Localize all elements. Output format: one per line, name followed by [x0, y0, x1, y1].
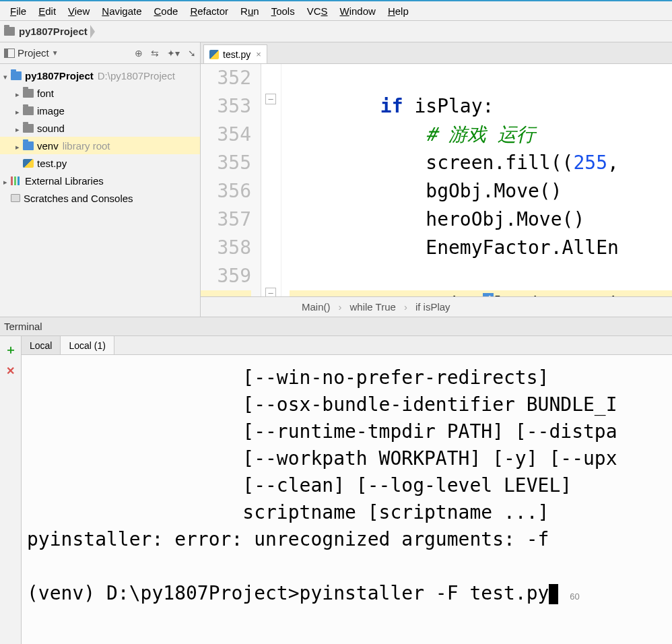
expand-toggle-icon[interactable] [1, 70, 9, 82]
expand-toggle-icon[interactable] [13, 123, 22, 134]
python-file-icon [209, 50, 219, 59]
folder-icon [4, 27, 15, 36]
settings-icon[interactable]: ✦▾ [167, 48, 180, 59]
scratches-icon [11, 194, 20, 202]
crumb-while[interactable]: while True [350, 301, 396, 313]
menu-bar: File Edit View Navigate Code Refactor Ru… [0, 1, 672, 21]
editor-tab-testpy[interactable]: test.py × [203, 44, 267, 63]
expand-toggle-icon[interactable] [13, 88, 22, 99]
menu-tools[interactable]: Tools [265, 5, 301, 17]
menu-run[interactable]: Run [234, 5, 265, 17]
navigation-bar: py1807Project [0, 21, 672, 42]
menu-navigate[interactable]: Navigate [96, 5, 147, 17]
code-content[interactable]: if isPlay: # 游戏 运行 screen.fill((255, bgO… [281, 64, 672, 296]
tree-item-sound[interactable]: sound [0, 119, 200, 137]
close-session-icon[interactable]: ✕ [6, 364, 15, 377]
editor-breadcrumb: Main()› while True› if isPlay [201, 296, 672, 317]
fold-column[interactable]: – – [261, 64, 281, 296]
hide-icon[interactable]: ➘ [188, 48, 196, 59]
crumb-main[interactable]: Main() [302, 301, 331, 313]
expand-toggle-icon[interactable] [13, 105, 22, 117]
terminal-tool-window: Terminal ＋ ✕ Local Local (1) [--win-no-p… [0, 317, 672, 644]
menu-window[interactable]: Window [334, 5, 382, 17]
tree-root-path: D:\py1807Project [98, 70, 175, 82]
menu-view[interactable]: View [62, 5, 96, 17]
menu-code[interactable]: Code [148, 5, 184, 17]
project-view-dropdown-icon[interactable]: ▼ [52, 49, 59, 57]
tree-root-name: py1807Project [25, 70, 94, 82]
tree-item-venv[interactable]: venv library root [0, 137, 200, 154]
breadcrumb-sep-icon [90, 22, 97, 41]
libraries-icon [11, 176, 22, 185]
terminal-tab-local[interactable]: Local [22, 336, 61, 354]
python-file-icon [23, 159, 34, 168]
tree-scratches[interactable]: Scratches and Consoles [0, 189, 200, 207]
expand-icon[interactable]: ⇆ [151, 48, 159, 59]
menu-edit[interactable]: Edit [32, 5, 62, 17]
editor-area: test.py × 352353354355356357358359360 – … [201, 42, 672, 317]
project-tree[interactable]: py1807Project D:\py1807Project font imag… [0, 64, 200, 210]
terminal-output[interactable]: [--win-no-prefer-redirects] [--osx-bundl… [22, 355, 672, 644]
editor-tab-label: test.py [223, 49, 250, 60]
menu-file[interactable]: File [4, 5, 32, 17]
menu-vcs[interactable]: VCS [301, 5, 334, 17]
terminal-toolbar: ＋ ✕ [0, 336, 22, 644]
new-session-icon[interactable]: ＋ [5, 342, 17, 358]
project-tool-window: Project ▼ ⊕ ⇆ ✦▾ ➘ py1807Project D:\py18… [0, 42, 201, 317]
expand-toggle-icon[interactable] [13, 140, 22, 152]
editor-tabs: test.py × [201, 42, 672, 64]
project-title[interactable]: Project [18, 47, 49, 59]
folder-icon [23, 89, 34, 98]
tree-item-testpy[interactable]: test.py [0, 154, 200, 172]
locate-icon[interactable]: ⊕ [135, 48, 143, 59]
tree-external-libraries[interactable]: External Libraries [0, 172, 200, 189]
fold-handle-icon[interactable]: – [265, 94, 276, 104]
close-tab-icon[interactable]: × [256, 49, 261, 59]
tree-item-image[interactable]: image [0, 102, 200, 119]
terminal-tabs: Local Local (1) [22, 336, 672, 355]
module-icon [11, 71, 22, 80]
tree-item-font[interactable]: font [0, 84, 200, 102]
expand-toggle-icon[interactable] [1, 175, 9, 187]
terminal-title[interactable]: Terminal [0, 317, 672, 336]
menu-refactor[interactable]: Refactor [184, 5, 234, 17]
menu-help[interactable]: Help [382, 5, 415, 17]
project-pane-icon[interactable] [4, 49, 15, 58]
folder-icon [23, 106, 34, 115]
crumb-if[interactable]: if isPlay [415, 301, 450, 313]
folder-icon [23, 124, 34, 133]
project-toolbar: ⊕ ⇆ ✦▾ ➘ [135, 48, 196, 59]
project-header: Project ▼ ⊕ ⇆ ✦▾ ➘ [0, 42, 200, 64]
line-gutter[interactable]: 352353354355356357358359360 [201, 64, 261, 296]
terminal-tab-local-1[interactable]: Local (1) [61, 336, 114, 354]
breadcrumb-root[interactable]: py1807Project [19, 26, 88, 37]
terminal-caret [549, 584, 558, 604]
library-root-icon [23, 141, 34, 150]
fold-handle-icon[interactable]: – [265, 288, 276, 296]
tree-root[interactable]: py1807Project D:\py1807Project [0, 67, 200, 84]
code-editor[interactable]: 352353354355356357358359360 – – if isPla… [201, 64, 672, 296]
